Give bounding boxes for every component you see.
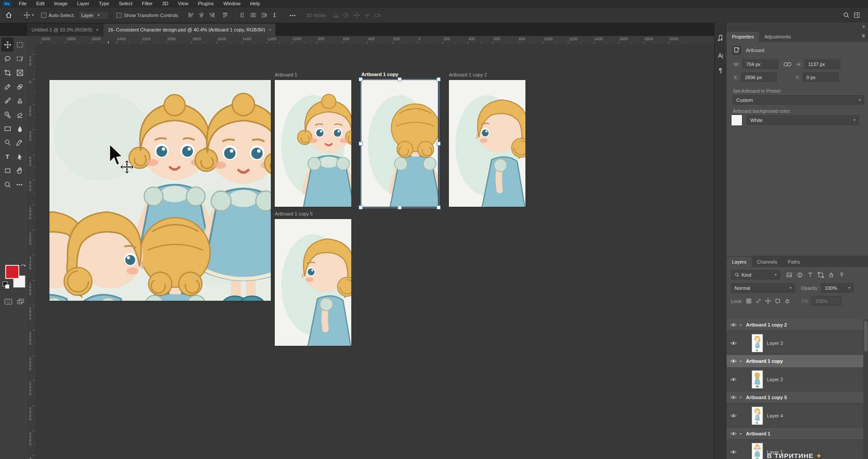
document-tab-character-design[interactable]: 16- Consistent Character design.psd @ 40…: [103, 24, 276, 36]
eyedropper-tool[interactable]: [1, 80, 14, 94]
pen-tool[interactable]: [14, 136, 26, 150]
group-chevron-icon[interactable]: ▾: [740, 323, 742, 327]
close-tab-icon[interactable]: ×: [96, 27, 98, 32]
align-right-edges-icon[interactable]: [206, 10, 217, 21]
move-tool-options-icon[interactable]: [21, 10, 32, 21]
marquee-tool[interactable]: [14, 38, 26, 52]
more-options-icon[interactable]: •••: [287, 13, 299, 18]
workspace-switcher-icon[interactable]: [851, 10, 862, 21]
dodge-tool[interactable]: [1, 136, 14, 150]
filter-toggle-icon[interactable]: [839, 272, 845, 278]
lock-all-icon[interactable]: [784, 298, 790, 304]
group-chevron-icon[interactable]: ▾: [740, 359, 742, 363]
lock-position-icon[interactable]: [765, 298, 771, 304]
clone-stamp-tool[interactable]: [14, 94, 26, 108]
hand-tool[interactable]: [14, 163, 26, 177]
lock-artboard-icon[interactable]: [775, 298, 780, 304]
layer-thumbnail[interactable]: [752, 407, 763, 424]
lock-image-icon[interactable]: [756, 298, 761, 304]
tab-channels[interactable]: Channels: [752, 257, 782, 267]
selection-handle[interactable]: [359, 77, 363, 81]
menu-3d[interactable]: 3D: [158, 0, 173, 7]
y-field[interactable]: 0 px: [803, 73, 839, 82]
filter-type-layers-icon[interactable]: [807, 272, 813, 278]
auto-select-target-dropdown[interactable]: Layer▾: [78, 11, 109, 20]
filter-smart-objects-icon[interactable]: [828, 272, 834, 278]
artboard-label-selected[interactable]: Artboard 1 copy: [361, 72, 398, 77]
artboard-1[interactable]: [275, 80, 351, 207]
show-transform-checkbox[interactable]: [116, 13, 122, 18]
tab-layers[interactable]: Layers: [727, 257, 752, 267]
distribute-vertical-centers-icon[interactable]: [269, 10, 280, 21]
distribute-bottom-edges-icon[interactable]: [259, 10, 269, 21]
screen-mode-icon[interactable]: [17, 298, 24, 305]
selection-handle[interactable]: [437, 77, 441, 81]
search-icon[interactable]: [841, 10, 851, 21]
move-tool[interactable]: [1, 38, 14, 52]
history-brush-tool[interactable]: [1, 108, 14, 122]
visibility-eye-icon[interactable]: [727, 395, 740, 400]
character-panel-icon[interactable]: A|: [714, 50, 727, 61]
foreground-color-swatch[interactable]: [5, 265, 19, 279]
filter-adjustment-layers-icon[interactable]: [797, 272, 803, 278]
opacity-field[interactable]: 100%▾: [821, 283, 854, 292]
blend-mode-dropdown[interactable]: Normal▾: [731, 283, 795, 292]
scrollbar-thumb[interactable]: [864, 321, 868, 351]
blur-tool[interactable]: [14, 122, 26, 136]
zoom-tool[interactable]: [1, 177, 14, 191]
edit-toolbar-icon[interactable]: •••: [14, 177, 26, 191]
selection-handle[interactable]: [359, 142, 363, 146]
lock-transparent-icon[interactable]: [746, 298, 752, 304]
menu-plugins[interactable]: Plugins: [193, 0, 218, 7]
preset-dropdown[interactable]: Custom▾: [733, 95, 864, 104]
tool-preset-chevron-icon[interactable]: ▾: [32, 13, 34, 17]
menu-layer[interactable]: Layer: [72, 0, 94, 7]
libraries-panel-icon[interactable]: [714, 32, 727, 44]
eraser-tool[interactable]: [14, 108, 26, 122]
selection-handle[interactable]: [437, 205, 441, 209]
layer-row-layer-3[interactable]: Layer 3: [727, 331, 863, 355]
filter-pixel-layers-icon[interactable]: [786, 272, 792, 278]
align-top-edges-icon[interactable]: [220, 10, 230, 21]
visibility-eye-icon[interactable]: [727, 431, 740, 436]
distribute-horizontal-centers-icon[interactable]: [248, 10, 259, 21]
align-left-edges-icon[interactable]: [186, 10, 196, 21]
layer-thumbnail[interactable]: [752, 443, 763, 459]
artboard-label[interactable]: Artboard 1 copy 2: [449, 72, 487, 77]
panel-menu-icon[interactable]: ≡: [862, 34, 865, 38]
layer-row-layer-2[interactable]: Layer 2: [727, 367, 863, 391]
close-tab-icon[interactable]: ×: [269, 27, 271, 32]
frame-tool[interactable]: [14, 66, 26, 80]
artboard-1-copy-2[interactable]: [449, 80, 525, 207]
auto-select-checkbox[interactable]: [41, 13, 46, 18]
tab-properties[interactable]: Properties: [727, 32, 759, 42]
paragraph-panel-icon[interactable]: ¶: [714, 65, 727, 76]
artboard-reference-sheet[interactable]: [49, 80, 271, 301]
path-selection-tool[interactable]: [14, 150, 26, 163]
menu-view[interactable]: View: [173, 0, 193, 7]
x-field[interactable]: 2896 px: [741, 73, 777, 82]
layer-row-artboard-1-copy-selected[interactable]: ▾ Artboard 1 copy: [727, 355, 863, 367]
visibility-eye-icon[interactable]: [727, 359, 740, 363]
width-field[interactable]: 704 px: [742, 59, 778, 69]
layer-thumbnail[interactable]: [752, 371, 763, 388]
visibility-eye-icon[interactable]: [727, 414, 740, 418]
tab-adjustments[interactable]: Adjustments: [759, 32, 796, 42]
gradient-tool[interactable]: [1, 122, 14, 136]
tab-paths[interactable]: Paths: [783, 257, 805, 267]
menu-type[interactable]: Type: [94, 0, 114, 7]
layer-row-artboard-1-copy-5[interactable]: ▾ Artboard 1 copy 5: [727, 392, 863, 403]
object-selection-tool[interactable]: [14, 52, 26, 66]
visibility-eye-icon[interactable]: [727, 341, 740, 345]
visibility-eye-icon[interactable]: [727, 450, 740, 454]
crop-tool[interactable]: [1, 66, 14, 80]
artboard-bg-dropdown[interactable]: White▾: [747, 115, 859, 125]
menu-edit[interactable]: Edit: [32, 0, 49, 7]
lasso-tool[interactable]: [1, 52, 14, 66]
selection-handle[interactable]: [437, 142, 441, 146]
filter-shape-layers-icon[interactable]: [818, 272, 824, 278]
menu-image[interactable]: Image: [49, 0, 73, 7]
artboard-label[interactable]: Artboard 1: [275, 72, 297, 77]
selection-handle[interactable]: [398, 77, 402, 81]
swap-colors-icon[interactable]: [20, 262, 26, 268]
